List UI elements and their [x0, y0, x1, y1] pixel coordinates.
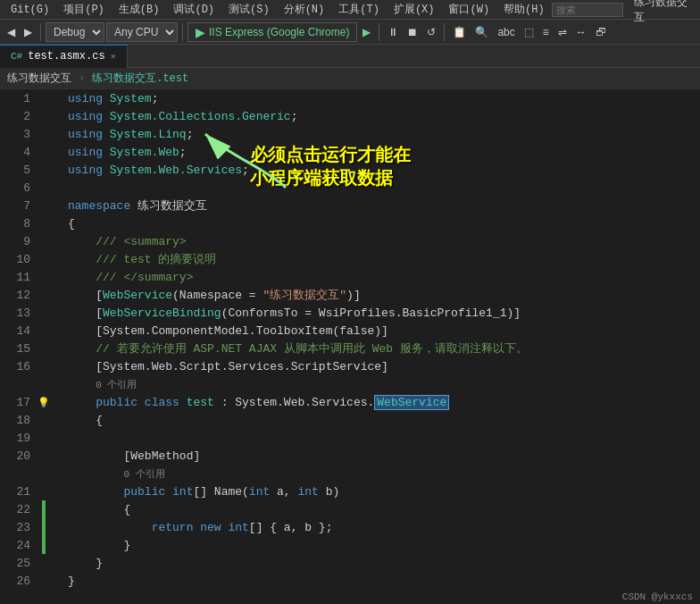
debug-config-select[interactable]: Debug [46, 22, 104, 42]
code-line: } [64, 536, 528, 554]
code-token: )] [346, 289, 361, 302]
code-token: System.Web [110, 146, 179, 159]
code-token: : System.Web.Services. [214, 396, 374, 409]
restart-btn[interactable]: ↺ [423, 24, 439, 40]
breadcrumb-left: 练习数据交互 [7, 71, 71, 86]
code-token: ; [152, 92, 159, 105]
code-line: } [64, 572, 528, 590]
cpu-select[interactable]: Any CPU [106, 22, 178, 42]
menu-item-window[interactable]: 窗口(W) [441, 0, 496, 19]
line-number: 7 [12, 199, 36, 213]
misc-btn2[interactable]: 🔍 [471, 24, 492, 40]
menu-item-git[interactable]: Git(G) [4, 2, 56, 18]
gutter-line: 8 [0, 214, 64, 232]
line-indicator: 💡 [36, 397, 52, 408]
stop-btn[interactable]: ⏹ [404, 24, 421, 40]
breadcrumb-right: 练习数据交互.test [92, 71, 188, 86]
line-number: 9 [12, 235, 36, 248]
line-number: 1 [12, 92, 36, 105]
gutter-line: 2 [0, 107, 64, 125]
misc-btn4[interactable]: ⬚ [521, 24, 538, 40]
menu-item-help[interactable]: 帮助(H) [496, 0, 552, 19]
menu-item-tools[interactable]: 工具(T) [331, 0, 387, 19]
run-label: IIS Express (Google Chrome) [209, 26, 349, 38]
code-token: ; [242, 164, 249, 177]
line-number: 23 [12, 521, 36, 534]
code-line [64, 179, 528, 197]
code-token: ; [291, 110, 298, 123]
code-token: WebServiceBinding [103, 306, 221, 320]
menu-item-extensions[interactable]: 扩展(X) [387, 0, 442, 19]
code-line [64, 429, 528, 447]
line-number: 16 [12, 360, 36, 373]
menu-item-project[interactable]: 项目(P) [56, 0, 112, 19]
forward-btn[interactable]: ▶ [21, 24, 36, 40]
code-token: ; [187, 128, 194, 141]
code-line: [System.ComponentModel.ToolboxItem(false… [64, 322, 528, 340]
run-alt-btn[interactable]: ▶ [359, 24, 374, 40]
code-token: using [68, 164, 110, 177]
line-indicator [36, 536, 52, 554]
code-token: 练习数据交互 [138, 197, 207, 214]
code-token: { [96, 414, 103, 427]
misc-btn5[interactable]: ≡ [539, 24, 553, 40]
line-number: 24 [12, 539, 36, 552]
tab-filename: test.asmx.cs [28, 50, 104, 63]
tab-close-btn[interactable]: ✕ [111, 51, 116, 62]
gutter-line: 22 [0, 500, 64, 518]
code-token: System.Web.Services [110, 164, 242, 177]
pause-btn[interactable]: ⏸ [384, 24, 402, 40]
menu-item-debug[interactable]: 调试(D) [166, 0, 221, 19]
line-number: 6 [12, 181, 36, 195]
misc-btn3[interactable]: abc [494, 24, 518, 40]
code-token: /// [96, 253, 123, 266]
line-indicator [36, 518, 52, 536]
tab-test-asmx[interactable]: C# test.asmx.cs ✕ [0, 45, 128, 68]
ref-count: 0 个引用 [123, 467, 164, 481]
back-btn[interactable]: ◀ [4, 24, 19, 40]
separator4 [444, 23, 445, 41]
code-token: System.Linq [110, 128, 187, 141]
code-token: public [123, 485, 172, 499]
gutter-line: 11 [0, 268, 64, 286]
code-content[interactable]: using System;using System.Collections.Ge… [64, 89, 528, 604]
code-token: } [96, 557, 103, 570]
line-number: 2 [12, 110, 36, 123]
search-input[interactable] [552, 3, 623, 17]
menu-item-build[interactable]: 生成(B) [112, 0, 167, 19]
code-token: (Namespace = [172, 289, 262, 302]
gutter-line: 5 [0, 161, 64, 179]
gutter-line: 4 [0, 143, 64, 161]
code-line: public int[] Name(int a, int b) [64, 482, 528, 500]
code-token: /// [96, 235, 123, 248]
gutter-line: 19 [0, 429, 64, 447]
misc-btn7[interactable]: ↔ [572, 24, 590, 40]
misc-btn8[interactable]: 🗗 [592, 24, 610, 40]
code-token: } [68, 575, 75, 588]
code-token: [ [96, 289, 103, 302]
menu-item-test[interactable]: 测试(S) [221, 0, 277, 19]
menu-item-analyze[interactable]: 分析(N) [277, 0, 332, 19]
code-token: WebService [103, 289, 172, 302]
tab-icon: C# [11, 51, 22, 62]
code-token: int [249, 485, 270, 499]
misc-btn1[interactable]: 📋 [449, 24, 470, 40]
code-line: using System.Collections.Generic; [64, 107, 528, 125]
code-token: System.Collections.Generic [110, 110, 291, 123]
code-line: namespace 练习数据交互 [64, 197, 528, 214]
code-token: /// [96, 271, 123, 284]
gutter-line: 10 [0, 250, 64, 268]
code-token: ; [179, 146, 187, 159]
line-number: 19 [12, 432, 36, 445]
misc-btn6[interactable]: ⇌ [554, 24, 571, 40]
run-button[interactable]: ▶ IIS Express (Google Chrome) [188, 22, 357, 42]
gutter-area: 1234567891011121314151617💡18192021222324… [0, 89, 64, 604]
code-line: [WebService(Namespace = "练习数据交互")] [64, 286, 528, 304]
code-line: [WebMethod] [64, 447, 528, 465]
gutter-line: 13 [0, 304, 64, 322]
line-number: 4 [12, 146, 36, 159]
gutter-line: 7 [0, 197, 64, 214]
line-number: 3 [12, 128, 36, 141]
menu-bar: Git(G) 项目(P) 生成(B) 调试(D) 测试(S) 分析(N) 工具(… [0, 0, 700, 20]
gutter-line: 9 [0, 232, 64, 250]
